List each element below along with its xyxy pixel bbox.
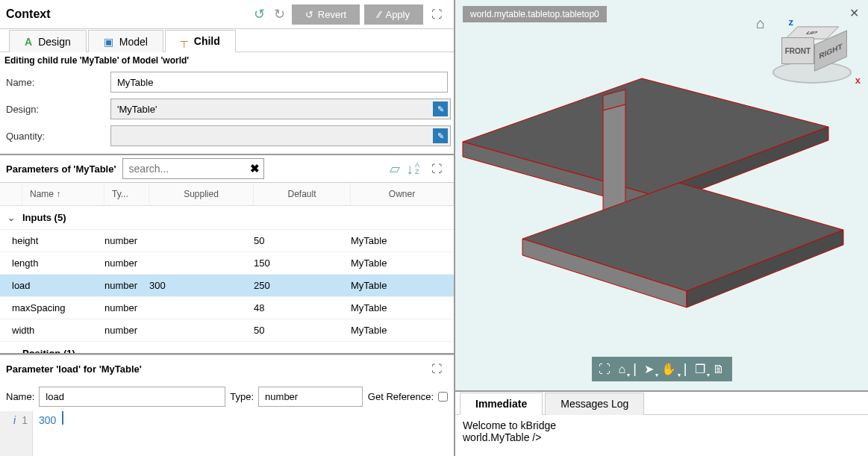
- revert-icon: ↺: [305, 9, 313, 20]
- get-reference-checkbox[interactable]: [438, 392, 448, 402]
- col-supplied[interactable]: Supplied: [149, 183, 254, 205]
- expand-editor-icon[interactable]: ⛶: [425, 360, 448, 378]
- svg-marker-5: [522, 183, 843, 291]
- eraser-icon[interactable]: ▱: [390, 160, 400, 177]
- apply-button[interactable]: ⁄⁄Apply: [364, 4, 423, 25]
- breadcrumb[interactable]: world.mytable.tabletop.tabletop0: [463, 6, 607, 22]
- name-field[interactable]: [110, 72, 448, 93]
- quantity-label: Quantity:: [6, 131, 110, 142]
- console-prompt: world.MyTable />: [463, 431, 861, 443]
- table-row[interactable]: maxSpacingnumber48MyTable: [0, 297, 454, 319]
- line-number: 1: [22, 414, 28, 426]
- model-icon: ▣: [104, 36, 113, 48]
- revert-button[interactable]: ↺Revert: [292, 4, 360, 25]
- cursor-icon[interactable]: ➤▾: [644, 362, 654, 376]
- context-tabs: ADesign ▣Model ┬Child: [0, 29, 454, 52]
- col-owner[interactable]: Owner: [351, 183, 454, 205]
- box-view-icon[interactable]: ❐▾: [695, 362, 705, 376]
- tab-immediate[interactable]: Immediate: [460, 393, 543, 415]
- view-toolbar: ⛶ ⌂▾ | ➤▾ ✋▾ | ❐▾ 🗎: [591, 357, 731, 381]
- chevron-down-icon: ⌄: [7, 349, 15, 355]
- param-type-field[interactable]: [258, 387, 363, 407]
- fit-view-icon[interactable]: ⛶: [599, 363, 611, 376]
- table-row[interactable]: heightnumber50MyTable: [0, 230, 454, 252]
- search-input[interactable]: [122, 158, 264, 179]
- group-inputs[interactable]: ⌄Inputs (5): [0, 206, 454, 230]
- col-default[interactable]: Default: [254, 183, 351, 205]
- name-label: Name:: [6, 77, 110, 88]
- tab-child[interactable]: ┬Child: [165, 30, 236, 52]
- table-row[interactable]: loadnumber300250MyTable: [0, 275, 454, 297]
- code-editor[interactable]: i1 300: [0, 411, 454, 456]
- apply-icon: ⁄⁄: [378, 9, 381, 20]
- close-icon[interactable]: ✕: [849, 6, 859, 20]
- expand-icon[interactable]: ⛶: [425, 5, 448, 23]
- redo-icon[interactable]: ↻: [269, 3, 290, 25]
- context-title: Context: [6, 7, 249, 21]
- chevron-down-icon: ⌄: [7, 213, 15, 223]
- parameters-table: Name ↑ Ty... Supplied Default Owner ⌄Inp…: [0, 183, 454, 355]
- code-content[interactable]: 300: [33, 411, 63, 425]
- pan-icon[interactable]: ✋▾: [661, 362, 676, 376]
- parameters-title: Parameters of 'MyTable': [6, 163, 116, 175]
- table-row[interactable]: widthnumber50MyTable: [0, 319, 454, 342]
- col-name[interactable]: Name ↑: [22, 183, 104, 205]
- design-label: Design:: [6, 104, 110, 115]
- home-icon[interactable]: ⌂: [756, 15, 765, 32]
- viewport-3d[interactable]: world.mytable.tabletop.tabletop0 ✕ ⌂ z U…: [455, 0, 868, 390]
- edit-quantity-icon[interactable]: ✎: [433, 128, 448, 143]
- child-icon: ┬: [181, 35, 188, 47]
- design-field[interactable]: [110, 99, 451, 119]
- design-icon: A: [25, 36, 32, 48]
- console-line: Welcome to kBridge: [463, 419, 861, 431]
- home-view-icon[interactable]: ⌂▾: [618, 363, 625, 376]
- svg-marker-0: [463, 78, 828, 194]
- col-type[interactable]: Ty...: [104, 183, 149, 205]
- param-name-label: Name:: [6, 391, 34, 402]
- param-type-label: Type:: [230, 391, 254, 402]
- info-icon: i: [13, 414, 16, 426]
- undo-icon[interactable]: ↺: [249, 3, 269, 25]
- tab-messages-log[interactable]: Messages Log: [545, 393, 644, 415]
- group-position[interactable]: ⌄Position (1): [0, 342, 454, 355]
- console-output[interactable]: Welcome to kBridge world.MyTable />: [455, 415, 868, 448]
- param-name-field[interactable]: [39, 387, 225, 407]
- table-row[interactable]: lengthnumber150MyTable: [0, 252, 454, 275]
- tab-design[interactable]: ADesign: [9, 30, 87, 52]
- clear-search-icon[interactable]: ✖: [250, 162, 260, 175]
- get-reference-label: Get Reference:: [368, 391, 434, 402]
- document-icon[interactable]: 🗎: [713, 363, 725, 376]
- expand-params-icon[interactable]: ⛶: [425, 160, 448, 178]
- tab-model[interactable]: ▣Model: [88, 30, 163, 52]
- quantity-field[interactable]: [110, 125, 451, 146]
- param-editor-title: Parameter 'load' for 'MyTable': [6, 363, 425, 375]
- edit-design-icon[interactable]: ✎: [433, 101, 448, 116]
- model-render: [455, 45, 868, 321]
- sort-az-button[interactable]: ↓AZ: [406, 160, 419, 178]
- context-description: Editing child rule 'MyTable' of Model 'w…: [0, 52, 454, 69]
